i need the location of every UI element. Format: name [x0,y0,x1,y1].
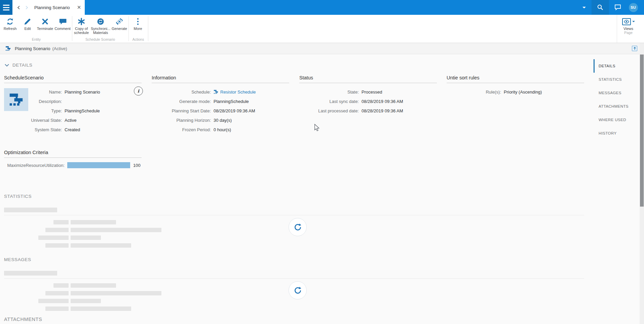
skeleton-bar [4,271,57,276]
section-nav: DETAILSSTATISTICSMESSAGESATTACHMENTSWHER… [594,59,639,140]
field-value: 0 hour(s) [214,127,231,132]
vertical-scrollbar[interactable] [640,43,644,324]
divider [4,278,584,279]
toolbar-button-label: Refresh [4,27,17,31]
toolbar-group-label: Schedule Scenario [73,37,128,43]
more-icon [134,16,142,27]
side-nav-item-details[interactable]: DETAILS [594,59,639,73]
side-nav-item-attachments[interactable]: ATTACHMENTS [594,100,639,113]
chevron-down-icon[interactable] [577,0,592,15]
field-label: Planning Start Date: [152,108,214,113]
group-title: Untie sort rules [447,75,584,83]
toolbar-button-label: Copy of schedule [73,27,89,35]
progress-value: 100 [133,163,141,168]
side-nav-item-messages[interactable]: MESSAGES [594,86,639,100]
field-label: MaximizeResourceUtilization: [4,163,67,168]
scrollbar-thumb[interactable] [640,55,644,207]
field-value[interactable]: Resistor Schedule [214,89,256,95]
field-value: PlanningSchedule [65,108,100,113]
field-value: 08/28/2019 09:36 AM [214,108,255,113]
field-row: System State:Created [4,125,142,134]
messages-section: MESSAGES [4,257,584,314]
schedule-scenario-group: ScheduleScenario Name:Planning ScenarioD… [4,75,142,134]
toolbar-button-label: Comment [54,27,71,31]
edit-button[interactable]: Edit [19,16,36,37]
copy-schedule-icon [77,16,86,27]
loading-refresh-icon[interactable] [289,281,307,299]
terminate-button[interactable]: Terminate [36,16,54,37]
group-title: ScheduleScenario [4,75,142,83]
chat-icon[interactable] [609,0,627,15]
field-label: Rule(s): [447,89,504,95]
group-title: Status [299,75,437,83]
info-icon[interactable]: i [134,86,143,96]
field-value: Planning Scenario [65,89,100,95]
side-nav-item-where-used[interactable]: WHERE USED [594,113,639,127]
status-group: Status State:ProcessedLast sync date:08/… [299,75,437,115]
toolbar-group-actions: More Actions [129,15,147,43]
field-value: Active [65,118,76,123]
page-title: Planning Scenario [15,46,50,51]
field-row: Generate mode:PlanningSchedule [152,97,289,106]
toolbar-button-label: Edit [25,27,31,31]
side-nav-item-history[interactable]: HISTORY [594,127,639,140]
field-value: 08/28/2019 09:36 AM [362,108,403,113]
eye-icon [622,18,631,25]
refresh-icon [6,16,14,27]
back-icon[interactable] [17,6,21,9]
toolbar-button-label: More [134,27,142,31]
toolbar-group-label: Entity [1,37,71,43]
loading-refresh-icon[interactable] [289,218,307,236]
avatar[interactable]: SU [627,0,640,15]
attachments-section: ATTACHMENTS [4,317,584,322]
tab-title: Planning Scenario [34,5,70,10]
chevron-down-icon [5,64,9,67]
chevron-down-icon [632,21,635,22]
open-tab[interactable]: Planning Scenario ✕ [12,0,85,15]
field-label: Schedule: [152,89,214,95]
terminate-icon [41,16,49,27]
field-row: Rule(s):Priority (Ascending) [447,87,584,97]
comment-button[interactable]: Comment [54,16,71,37]
section-title: STATISTICS [4,194,584,199]
field-label: Frozen Period: [152,127,214,132]
toolbar-button-label: Synchroni... Materials [91,27,110,35]
toolbar-group-label: Actions [129,37,147,43]
more-button[interactable]: More [129,16,147,37]
toolbar-button-label: Generate [112,27,127,31]
field-row: Schedule:Resistor Schedule [152,87,289,97]
untie-sort-rules-group: Untie sort rules Rule(s):Priority (Ascen… [447,75,584,97]
toolbar: RefreshEditTerminateComment Entity Copy … [0,15,644,43]
search-icon[interactable] [592,0,609,15]
field-row: Planning Start Date:08/28/2019 09:36 AM [152,106,289,115]
state-badge: (Active) [52,46,67,51]
mouse-cursor [314,124,320,133]
field-label: Universal State: [4,118,65,123]
field-row: Planning Horizon:30 day(s) [152,115,289,125]
copy-schedule-button[interactable]: Copy of schedule [73,16,90,37]
views-button[interactable]: Views [618,15,639,31]
hamburger-menu-button[interactable] [0,0,12,15]
schedule-link[interactable]: Resistor Schedule [214,89,256,95]
divider [4,215,584,215]
toolbar-group-page: Views Page [617,15,640,43]
collapse-panel-icon[interactable] [632,46,637,51]
details-section-header[interactable]: DETAILS [5,63,32,68]
top-bar: Planning Scenario ✕ SU [0,0,644,15]
toolbar-separator [148,16,148,41]
synchronize-button[interactable]: Synchroni... Materials [90,16,111,37]
toolbar-separator [72,16,72,41]
generate-icon [115,16,124,27]
generate-button[interactable]: Generate [111,16,128,37]
side-nav-item-statistics[interactable]: STATISTICS [594,73,639,86]
field-row: Last processed date:08/28/2019 09:36 AM [299,106,437,115]
forward-icon[interactable] [25,6,29,9]
field-label: State: [299,89,362,95]
schedule-scenario-icon [5,46,11,51]
field-value: 08/28/2019 09:36 AM [362,99,403,104]
topbar-actions: SU [577,0,640,15]
app-window: Planning Scenario ✕ SU RefreshEditTermin… [0,0,644,324]
refresh-button[interactable]: Refresh [1,16,19,37]
synchronize-icon [96,16,105,27]
close-tab-icon[interactable]: ✕ [76,5,82,10]
